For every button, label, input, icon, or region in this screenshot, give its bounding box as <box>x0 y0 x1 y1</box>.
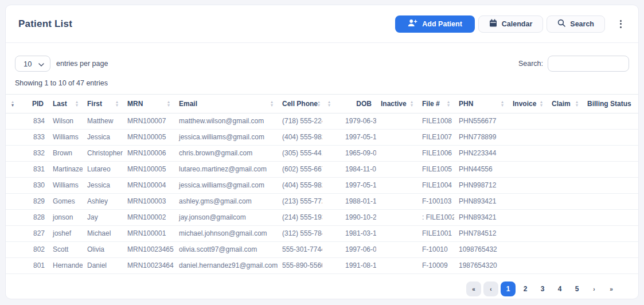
column-label: PHN <box>459 100 473 108</box>
cell-last: Williams <box>48 178 83 194</box>
cell-fileno: FILE1005 <box>417 162 454 178</box>
cell-pid: 834 <box>29 114 48 130</box>
cell-phn: PHN778899 <box>454 130 508 146</box>
cell-first: Jessica <box>83 130 123 146</box>
table-row[interactable]: 833WilliamsJessicaMRN100005jessica.willi… <box>6 130 638 146</box>
cell-phn: PHN893421 <box>454 194 508 210</box>
pagination-previous[interactable]: ‹ <box>483 281 498 296</box>
cell-claim <box>547 162 583 178</box>
column-header-inactive[interactable]: Inactive▴▾ <box>376 95 417 114</box>
card-body: 10 entries per page Search: Showing 1 to… <box>6 43 638 296</box>
cell-invoice <box>508 194 547 210</box>
table-row[interactable]: 830WilliamsJessicaMRN100004jessica.willi… <box>6 178 638 194</box>
calendar-button[interactable]: Calendar <box>478 15 544 33</box>
cell-dob: 1988-01-14 <box>341 194 376 210</box>
add-patient-button[interactable]: Add Patient <box>395 15 474 33</box>
cell-cellphone: (602) 555-6671 <box>278 162 322 178</box>
cell-last: Wilson <box>48 114 83 130</box>
cell-cellphone: (214) 555-1934 <box>278 210 322 226</box>
cell-ctrl <box>6 114 29 130</box>
cell-dob: 1981-03-12 <box>341 226 376 242</box>
cell-pid: 830 <box>29 178 48 194</box>
table-row[interactable]: 828jonsonJayMRN100002jay.jonson@gmailcom… <box>6 210 638 226</box>
calendar-icon <box>489 19 497 29</box>
pagination-page-5[interactable]: 5 <box>569 281 584 296</box>
cell-first: Lutareo <box>83 162 123 178</box>
column-header-dob[interactable]: DOB <box>341 95 376 114</box>
pagination-page-3[interactable]: 3 <box>535 281 550 296</box>
cell-fileno: F-100103 <box>417 194 454 210</box>
column-header-phn[interactable]: PHN▴▾ <box>454 95 508 114</box>
pagination-page-4[interactable]: 4 <box>552 281 567 296</box>
column-header-mrn[interactable]: MRN▴▾ <box>123 95 174 114</box>
search-icon <box>557 19 565 29</box>
cell-email: ashley.gms@gmail.com <box>174 194 278 210</box>
column-label: Billing Status <box>587 100 631 108</box>
cell-last: Gomes <box>48 194 83 210</box>
cell-dob: 1984-11-08 <box>341 162 376 178</box>
cell-pid: 831 <box>29 162 48 178</box>
cell-billingstatus <box>583 146 638 162</box>
table-row[interactable]: 831MartinazeLutareoMRN100005lutareo.mart… <box>6 162 638 178</box>
cell-first: Christopher <box>83 146 123 162</box>
column-header-extra[interactable]: ▴▾ <box>322 95 341 114</box>
column-header-cellphone[interactable]: Cell Phone▴▾ <box>278 95 322 114</box>
column-header-email[interactable]: Email▴▾ <box>174 95 278 114</box>
column-label: Invoice <box>513 100 536 108</box>
column-header-fileno[interactable]: File #▴▾ <box>417 95 454 114</box>
cell-billingstatus <box>583 210 638 226</box>
table-row[interactable]: 802ScottOliviaMRN10023465olivia.scott97@… <box>6 242 638 258</box>
cell-cellphone: (404) 555-9823 <box>278 178 322 194</box>
pagination-next[interactable]: › <box>587 281 602 296</box>
table-row[interactable]: 801HernandezDanielMRN10023464daniel.hern… <box>6 258 638 274</box>
cell-billingstatus <box>583 130 638 146</box>
cell-email: daniel.hernandez91@gmail.com <box>174 258 278 274</box>
cell-ctrl <box>6 242 29 258</box>
cell-invoice <box>508 258 547 274</box>
entries-per-page-select[interactable]: 10 <box>15 56 50 72</box>
cell-email: jessica.williams@gmail.com <box>174 178 278 194</box>
table-row[interactable]: 834WilsonMatthewMRN100007matthew.wilson@… <box>6 114 638 130</box>
cell-mrn: MRN10023465 <box>123 242 174 258</box>
column-header-claim[interactable]: Claim▴▾ <box>547 95 583 114</box>
cell-inactive <box>376 258 417 274</box>
more-options-kebab-icon[interactable] <box>615 17 626 32</box>
cell-invoice <box>508 146 547 162</box>
cell-first: Ashley <box>83 194 123 210</box>
cell-inactive <box>376 114 417 130</box>
table-row[interactable]: 829GomesAshleyMRN100003ashley.gms@gmail.… <box>6 194 638 210</box>
cell-extra <box>322 130 341 146</box>
search-button[interactable]: Search <box>547 15 605 33</box>
column-header-invoice[interactable]: Invoice▴▾ <box>508 95 547 114</box>
table-row[interactable]: 832BrownChristopherMRN100006chris.brown@… <box>6 146 638 162</box>
cell-inactive <box>376 226 417 242</box>
pagination-first[interactable]: « <box>466 281 481 296</box>
cell-mrn: MRN100001 <box>123 226 174 242</box>
cell-last: Hernandez <box>48 258 83 274</box>
cell-pid: 832 <box>29 146 48 162</box>
cell-cellphone: 555-301-7744 <box>278 242 322 258</box>
cell-last: Brown <box>48 146 83 162</box>
cell-pid: 827 <box>29 226 48 242</box>
column-header-billingstatus[interactable]: Billing Status <box>583 95 638 114</box>
table-search-input[interactable] <box>548 56 629 72</box>
cell-invoice <box>508 178 547 194</box>
pagination-page-2[interactable]: 2 <box>518 281 533 296</box>
pagination-last[interactable]: » <box>604 281 619 296</box>
cell-claim <box>547 258 583 274</box>
column-header-pid[interactable]: PID <box>29 95 48 114</box>
cell-phn: PHN223344 <box>454 146 508 162</box>
column-label: Email <box>179 100 197 108</box>
cell-fileno: FILE1007 <box>417 130 454 146</box>
column-label: Cell Phone <box>282 100 318 108</box>
cell-mrn: MRN100004 <box>123 178 174 194</box>
cell-cellphone: (718) 555-2245 <box>278 114 322 130</box>
column-header-last[interactable]: Last▴▾ <box>48 95 83 114</box>
pagination-page-1[interactable]: 1 <box>501 281 516 296</box>
cell-extra <box>322 194 341 210</box>
cell-mrn: MRN100003 <box>123 194 174 210</box>
table-row[interactable]: 827joshefMichaelMRN100001michael.johnson… <box>6 226 638 242</box>
column-header-ctrl[interactable]: ▴▾ <box>6 95 29 114</box>
column-header-first[interactable]: First▴▾ <box>83 95 123 114</box>
pagination: «‹12345›» <box>15 281 619 296</box>
